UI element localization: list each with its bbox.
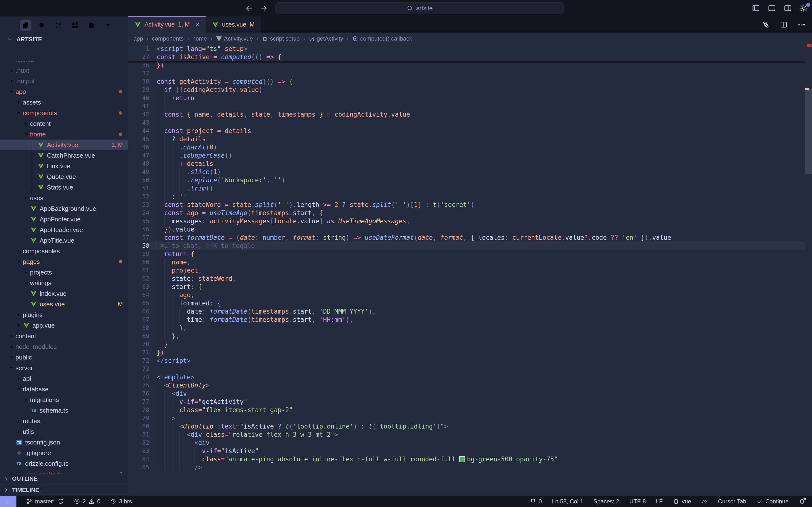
code-line-67[interactable]: 67time: formatDate(timestamps.start, 'HH… xyxy=(128,316,805,324)
code-line-48[interactable]: 48+ details xyxy=(128,160,805,168)
breadcrumb-item[interactable]: {}script setup xyxy=(262,35,300,42)
tree-item-Quote.vue[interactable]: Quote.vue xyxy=(0,171,128,182)
tree-item-components[interactable]: components xyxy=(0,108,128,118)
status-git-branch[interactable]: master* xyxy=(26,498,64,505)
activity-extensions[interactable] xyxy=(69,19,81,31)
tree-item-CatchPhrase.vue[interactable]: CatchPhrase.vue xyxy=(0,150,128,161)
tree-item-utils[interactable]: utils xyxy=(0,427,128,437)
code-line-70[interactable]: 70} xyxy=(128,340,805,348)
tree-item-index.vue[interactable]: index.vue xyxy=(0,288,128,299)
code-line-82[interactable]: 82<div xyxy=(128,439,805,447)
status-eol[interactable]: LF xyxy=(656,498,663,505)
code-line-72[interactable]: 72</script> xyxy=(128,356,805,365)
code-line-85[interactable]: 85/> xyxy=(128,463,805,471)
status-ports[interactable]: 0 xyxy=(530,498,542,505)
tree-item-database[interactable]: database xyxy=(0,384,128,394)
scrollbar-thumb[interactable] xyxy=(805,89,812,174)
explorer-header[interactable]: ARTSITE xyxy=(0,34,128,44)
code-line-69[interactable]: 69}, xyxy=(128,332,805,340)
code-line-44[interactable]: 44const project = details xyxy=(128,127,805,135)
code-line-39[interactable]: 39if (!codingActivity.value) xyxy=(128,86,805,94)
tree-item-.nuxt[interactable]: .nuxt xyxy=(0,65,128,76)
code-line-65[interactable]: 65formated: { xyxy=(128,299,805,307)
tree-item-composables[interactable]: composables xyxy=(0,246,128,257)
code-line-77[interactable]: 77v-if="getActivity" xyxy=(128,398,805,406)
tree-item-Stats.vue[interactable]: Stats.vue xyxy=(0,182,128,193)
code-line-66[interactable]: 66date: formatDate(timestamps.start, 'DD… xyxy=(128,307,805,316)
tree-item-uses.vue[interactable]: uses.vueM xyxy=(0,299,128,309)
status-language-mode[interactable]: {}vue xyxy=(673,498,691,505)
code-line-40[interactable]: 40return xyxy=(128,94,805,102)
tab-uses.vue[interactable]: uses.vueM xyxy=(206,16,261,33)
tree-item-AppBackground.vue[interactable]: AppBackground.vue xyxy=(0,203,128,214)
code-line-56[interactable]: 56}).value xyxy=(128,225,805,233)
tree-item-uses[interactable]: uses xyxy=(0,193,128,203)
toggle-panel-icon[interactable] xyxy=(767,4,776,12)
history-forward-icon[interactable] xyxy=(260,4,268,12)
section-timeline[interactable]: TIMELINE xyxy=(0,484,128,496)
code-line-52[interactable]: 52: '' xyxy=(128,192,805,201)
code-line-71[interactable]: 71}) xyxy=(128,348,805,356)
tree-item-Link.vue[interactable]: Link.vue xyxy=(0,161,128,171)
code-line-46[interactable]: 46.charAt(0) xyxy=(128,143,805,151)
tree-item-tsconfig.json[interactable]: TStsconfig.json xyxy=(0,437,128,448)
status-problems[interactable]: 20 xyxy=(74,498,101,505)
tree-item-.github[interactable]: .github xyxy=(0,61,128,65)
tree-item-schema.ts[interactable]: TSschema.ts xyxy=(0,405,128,416)
breadcrumb-item[interactable]: computed() callback xyxy=(352,35,412,42)
code-line-76[interactable]: 76<div xyxy=(128,389,805,398)
tree-item-drizzle.config.ts[interactable]: TSdrizzle.config.ts xyxy=(0,458,128,469)
toggle-secondary-sidebar-icon[interactable] xyxy=(783,4,792,12)
code-line-27[interactable]: 27const isActive = computed(() => { xyxy=(128,53,805,61)
section-outline[interactable]: OUTLINE xyxy=(0,473,128,484)
tree-item-writings[interactable]: writings xyxy=(0,278,128,288)
breadcrumb-item[interactable]: home xyxy=(192,35,207,42)
code-editor[interactable]: 1<script lang="ts" setup>27const isActiv… xyxy=(128,45,805,496)
tree-item-content[interactable]: content xyxy=(0,331,128,341)
tree-item-AppTitle.vue[interactable]: AppTitle.vue xyxy=(0,235,128,246)
more-actions-icon[interactable] xyxy=(798,20,806,29)
tree-item-node-modules[interactable]: node_modules xyxy=(0,341,128,352)
tree-item-app[interactable]: app xyxy=(0,87,128,97)
breadcrumb-item[interactable]: getActivity xyxy=(309,35,343,42)
close-icon[interactable]: × xyxy=(195,20,199,29)
tree-item-home[interactable]: home xyxy=(0,129,128,139)
tree-item-server[interactable]: server xyxy=(0,362,128,373)
status-session-time[interactable]: 3 hrs xyxy=(110,498,132,505)
status-indentation[interactable]: Spaces: 2 xyxy=(594,498,619,505)
settings-icon[interactable] xyxy=(800,4,808,12)
tree-item-app.vue[interactable]: app.vue xyxy=(0,320,128,331)
code-line-53[interactable]: 53const stateWord = state.split(' ').len… xyxy=(128,201,805,209)
tree-item-migrations[interactable]: migrations xyxy=(0,394,128,405)
code-line-64[interactable]: 64ago, xyxy=(128,291,805,299)
status-encoding[interactable]: UTF-8 xyxy=(629,498,646,505)
code-line-59[interactable]: 59return { xyxy=(128,250,805,258)
code-line-55[interactable]: 55messages: activityMessages[locale.valu… xyxy=(128,217,805,225)
code-line-74[interactable]: 74<template> xyxy=(128,373,805,381)
code-line-62[interactable]: 62state: stateWord, xyxy=(128,275,805,283)
activity-source-control[interactable] xyxy=(53,19,64,31)
tree-item-assets[interactable]: assets xyxy=(0,97,128,108)
compare-changes-icon[interactable] xyxy=(762,20,770,29)
tree-item-api[interactable]: api xyxy=(0,373,128,384)
code-line-61[interactable]: 61project, xyxy=(128,266,805,275)
command-center-search[interactable]: artsite xyxy=(275,2,564,14)
breadcrumb-item[interactable]: components xyxy=(152,35,184,42)
tree-item-.gitignore[interactable]: .gitignore xyxy=(0,448,128,458)
tree-item-content[interactable]: content xyxy=(0,118,128,129)
code-line-57[interactable]: 57const formatDate = (date: number, form… xyxy=(128,233,805,242)
code-line-79[interactable]: 79> xyxy=(128,414,805,422)
code-line-43[interactable]: 43 xyxy=(128,119,805,127)
code-line-42[interactable]: 42const { name, details, state, timestam… xyxy=(128,110,805,119)
code-line-38[interactable]: 38const getActivity = computed(() => { xyxy=(128,77,805,86)
breadcrumb-item[interactable]: Activity.vue xyxy=(216,35,253,42)
code-line-78[interactable]: 78class="flex items-start gap-2" xyxy=(128,406,805,414)
status-notifications[interactable] xyxy=(799,498,805,505)
split-editor-icon[interactable] xyxy=(779,20,788,29)
code-line-50[interactable]: 50.replace('Workspace:', '') xyxy=(128,176,805,184)
activity-more-views[interactable] xyxy=(102,19,114,31)
activity-search[interactable] xyxy=(36,19,48,31)
tree-item-plugins[interactable]: plugins xyxy=(0,309,128,320)
tab-Activity.vue[interactable]: Activity.vue1, M× xyxy=(128,16,206,33)
editor-scrollbar[interactable] xyxy=(805,16,812,496)
